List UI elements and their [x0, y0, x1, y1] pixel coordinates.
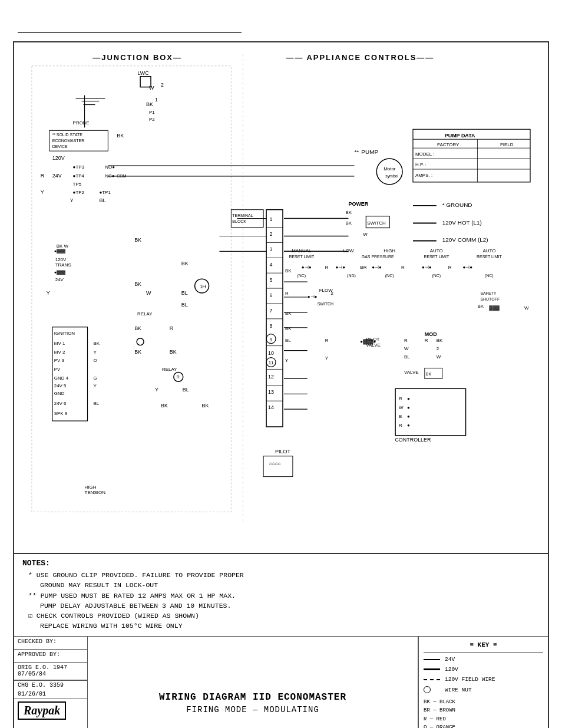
svg-text:SAFETY: SAFETY — [480, 291, 496, 295]
svg-text:PUMP DATA: PUMP DATA — [445, 133, 475, 139]
svg-text:BK: BK — [285, 268, 292, 274]
svg-text:W: W — [404, 346, 409, 351]
svg-text:7: 7 — [270, 308, 273, 314]
svg-text:MV  1: MV 1 — [54, 341, 65, 346]
svg-text:W: W — [399, 405, 404, 410]
chg-eo-label: CHG E.O. 3359 — [14, 681, 87, 690]
checked-by-row: CHECKED BY: — [14, 637, 87, 650]
svg-text:24V  6: 24V 6 — [54, 401, 67, 406]
svg-text:GND  4: GND 4 — [54, 375, 69, 381]
svg-text:R: R — [404, 338, 408, 343]
svg-text:B: B — [399, 414, 402, 419]
wiring-diagram-svg: —JUNCTION BOX— —— APPLIANCE CONTROLS—— L… — [14, 42, 548, 553]
note-star-2-cont: PUMP DELAY ADJUSTABLE BETWEEN 3 AND 10 M… — [40, 601, 540, 611]
diagram-title-line1: WIRING DIAGRAM IID ECONOMASTER — [159, 692, 346, 703]
key-120v-field-label: 120V FIELD WIRE — [445, 675, 495, 684]
svg-text:PILOT: PILOT — [275, 449, 290, 454]
checked-by-label: CHECKED BY: — [18, 638, 57, 645]
svg-text:8: 8 — [270, 323, 273, 329]
svg-text:R: R — [425, 338, 428, 343]
svg-text:●: ● — [407, 414, 410, 419]
svg-text:Y: Y — [41, 189, 44, 195]
svg-text:FACTORY: FACTORY — [437, 142, 459, 147]
svg-text:⌂⌂⌂⌂: ⌂⌂⌂⌂ — [269, 461, 280, 466]
svg-text:●⊣●: ●⊣● — [308, 294, 318, 299]
svg-text:BK: BK — [134, 237, 141, 243]
svg-text:2: 2 — [331, 291, 334, 296]
svg-text:PV  3: PV 3 — [54, 358, 65, 363]
svg-text:●: ● — [407, 405, 410, 410]
svg-text:BL: BL — [99, 197, 105, 203]
svg-text:●⊣●: ●⊣● — [336, 265, 346, 270]
svg-text:R: R — [448, 265, 452, 270]
diagram-container: —JUNCTION BOX— —— APPLIANCE CONTROLS—— L… — [13, 41, 549, 554]
svg-text:●⊣●: ●⊣● — [372, 265, 382, 270]
key-o: O — ORANGE — [424, 723, 543, 728]
svg-text:●TP2: ●TP2 — [73, 190, 85, 195]
svg-text:BLOCK: BLOCK — [232, 219, 246, 223]
bottom-grid: CHECKED BY: APPROVED BY: ORIG E.O. 1947 … — [13, 636, 549, 729]
svg-text:LWC: LWC — [137, 70, 149, 76]
key-120v-field-symbol — [424, 679, 441, 680]
note-check-cont: REPLACE WIRING WITH 105°C WIRE ONLY — [40, 621, 540, 631]
svg-text:●: ● — [407, 396, 410, 401]
svg-text:BK: BK — [285, 311, 292, 316]
key-120v-label: 120V — [445, 665, 458, 674]
svg-text:●TP3: ●TP3 — [73, 164, 85, 170]
svg-text:(NC): (NC) — [385, 274, 394, 278]
svg-text:12: 12 — [268, 374, 274, 380]
svg-text:R: R — [325, 338, 329, 343]
svg-text:R: R — [325, 265, 329, 270]
svg-text:R: R — [401, 265, 405, 270]
svg-text:BK: BK — [437, 338, 443, 343]
svg-text:RESET LIMIT: RESET LIMIT — [289, 255, 315, 259]
diagram-outer: —JUNCTION BOX— —— APPLIANCE CONTROLS—— L… — [13, 18, 549, 728]
svg-text:BK: BK — [426, 372, 432, 376]
svg-text:5: 5 — [270, 277, 273, 283]
svg-text:MV  2: MV 2 — [54, 350, 65, 355]
svg-text:HIGH: HIGH — [384, 248, 395, 253]
svg-text:SPK  9: SPK 9 — [54, 411, 68, 416]
svg-text:●⊣●: ●⊣● — [463, 265, 473, 270]
svg-text:Y: Y — [93, 383, 97, 388]
svg-text:AUTO: AUTO — [430, 248, 443, 253]
svg-text:BK: BK — [345, 210, 352, 215]
bottom-center-section: WIRING DIAGRAM IID ECONOMASTER FIRING MO… — [88, 637, 418, 729]
svg-text:RESET LIMIT: RESET LIMIT — [424, 255, 449, 259]
svg-text:BK: BK — [146, 101, 153, 107]
svg-text:Y: Y — [47, 290, 50, 296]
svg-text:120V: 120V — [52, 155, 65, 161]
orig-eo-row: ORIG E.O. 1947 07/05/84 — [14, 663, 87, 680]
diagram-title-line2: FIRING MODE — MODULATING — [186, 705, 319, 714]
svg-text:BL: BL — [404, 354, 410, 360]
svg-text:BL: BL — [181, 302, 188, 308]
svg-text:R: R — [285, 291, 289, 296]
svg-text:**: ** — [52, 133, 56, 137]
svg-text:BK: BK — [134, 349, 141, 355]
svg-text:SWITCH: SWITCH — [367, 220, 386, 226]
svg-text:4: 4 — [270, 262, 273, 268]
svg-text:W: W — [146, 290, 151, 296]
svg-text:(NC): (NC) — [432, 274, 441, 278]
svg-text:2: 2 — [270, 231, 273, 237]
svg-text:BL: BL — [181, 290, 188, 296]
svg-text:Y: Y — [325, 355, 329, 361]
svg-text:6: 6 — [270, 292, 273, 298]
svg-text:(NC): (NC) — [485, 274, 494, 278]
svg-text:24V: 24V — [52, 173, 62, 179]
svg-text:SOLID STATE: SOLID STATE — [57, 133, 83, 137]
svg-text:symbol: symbol — [385, 174, 398, 179]
svg-text:BR: BR — [360, 265, 366, 270]
svg-text:BK W: BK W — [57, 243, 69, 249]
svg-text:BK: BK — [117, 133, 124, 139]
svg-text:*  GROUND: * GROUND — [442, 202, 472, 208]
approved-by-row: APPROVED BY: — [14, 650, 87, 663]
svg-text:PV: PV — [54, 367, 61, 372]
svg-text:SWITCH: SWITCH — [318, 302, 333, 306]
svg-text:BK: BK — [345, 220, 352, 226]
svg-text:11: 11 — [269, 360, 274, 365]
key-wire-nut: WIRE NUT — [424, 686, 543, 694]
svg-text:H.P. :: H.P. : — [415, 162, 427, 167]
bottom-left-section: CHECKED BY: APPROVED BY: ORIG E.O. 1947 … — [14, 637, 88, 729]
svg-text:CONTROLLER: CONTROLLER — [395, 437, 431, 443]
